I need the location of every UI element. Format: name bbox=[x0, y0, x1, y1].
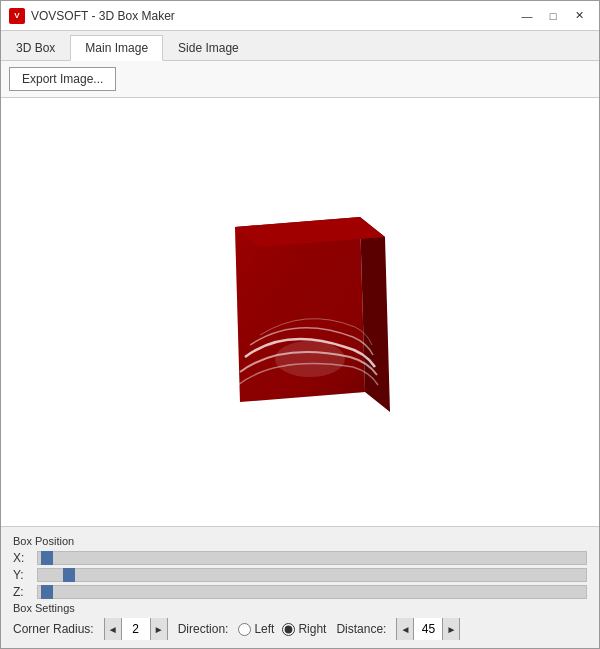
z-slider-thumb[interactable] bbox=[41, 585, 53, 599]
distance-value: 45 bbox=[413, 618, 443, 640]
corner-radius-increment[interactable]: ► bbox=[151, 618, 167, 640]
box-settings-label: Box Settings bbox=[13, 602, 587, 614]
direction-right-radio[interactable] bbox=[282, 623, 295, 636]
x-label: X: bbox=[13, 551, 31, 565]
settings-row: Corner Radius: ◄ 2 ► Direction: Left Rig… bbox=[13, 618, 587, 640]
direction-left-radio[interactable] bbox=[238, 623, 251, 636]
x-slider-thumb[interactable] bbox=[41, 551, 53, 565]
svg-point-4 bbox=[275, 341, 345, 377]
box-position-label: Box Position bbox=[13, 535, 587, 547]
direction-label: Direction: bbox=[178, 622, 229, 636]
toolbar: Export Image... bbox=[1, 61, 599, 98]
corner-radius-decrement[interactable]: ◄ bbox=[105, 618, 121, 640]
z-slider[interactable] bbox=[37, 585, 587, 599]
app-icon: V bbox=[9, 8, 25, 24]
direction-right-option[interactable]: Right bbox=[282, 622, 326, 636]
distance-label: Distance: bbox=[336, 622, 386, 636]
direction-right-label: Right bbox=[298, 622, 326, 636]
tab-bar: 3D Box Main Image Side Image bbox=[1, 31, 599, 61]
window-controls: — □ ✕ bbox=[515, 6, 591, 26]
y-slider[interactable] bbox=[37, 568, 587, 582]
close-button[interactable]: ✕ bbox=[567, 6, 591, 26]
y-slider-row: Y: bbox=[13, 568, 587, 582]
corner-radius-label: Corner Radius: bbox=[13, 622, 94, 636]
z-slider-row: Z: bbox=[13, 585, 587, 599]
direction-left-label: Left bbox=[254, 622, 274, 636]
corner-radius-value: 2 bbox=[121, 618, 151, 640]
tab-side-image[interactable]: Side Image bbox=[163, 35, 254, 61]
box-3d-preview bbox=[205, 197, 395, 427]
export-button[interactable]: Export Image... bbox=[9, 67, 116, 91]
x-slider[interactable] bbox=[37, 551, 587, 565]
y-slider-thumb[interactable] bbox=[63, 568, 75, 582]
minimize-button[interactable]: — bbox=[515, 6, 539, 26]
distance-increment[interactable]: ► bbox=[443, 618, 459, 640]
x-slider-row: X: bbox=[13, 551, 587, 565]
direction-left-option[interactable]: Left bbox=[238, 622, 274, 636]
bottom-panel: Box Position X: Y: Z: Box Settings Corne… bbox=[1, 526, 599, 648]
direction-radio-group: Left Right bbox=[238, 622, 326, 636]
title-bar: V VOVSOFT - 3D Box Maker — □ ✕ bbox=[1, 1, 599, 31]
tab-3d-box[interactable]: 3D Box bbox=[1, 35, 70, 61]
tab-main-image[interactable]: Main Image bbox=[70, 35, 163, 61]
z-label: Z: bbox=[13, 585, 31, 599]
window-title: VOVSOFT - 3D Box Maker bbox=[31, 9, 175, 23]
maximize-button[interactable]: □ bbox=[541, 6, 565, 26]
corner-radius-spinner: ◄ 2 ► bbox=[104, 618, 168, 640]
distance-spinner: ◄ 45 ► bbox=[396, 618, 460, 640]
distance-decrement[interactable]: ◄ bbox=[397, 618, 413, 640]
title-bar-left: V VOVSOFT - 3D Box Maker bbox=[9, 8, 175, 24]
canvas-area bbox=[1, 98, 599, 526]
main-window: V VOVSOFT - 3D Box Maker — □ ✕ 3D Box Ma… bbox=[0, 0, 600, 649]
y-label: Y: bbox=[13, 568, 31, 582]
